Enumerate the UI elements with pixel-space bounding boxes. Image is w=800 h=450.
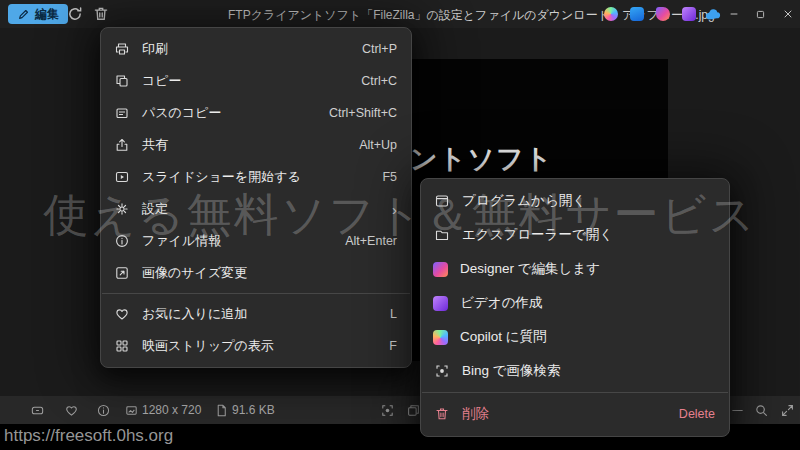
maximize-button[interactable] <box>748 0 772 28</box>
menu-item-label: 共有 <box>142 136 168 154</box>
explorer-folder-icon <box>433 227 450 244</box>
menu-item-label: エクスプローラーで開く <box>462 226 613 244</box>
menu-item-settings[interactable]: 設定 › <box>101 193 411 225</box>
fullscreen-expand-icon[interactable] <box>778 401 796 419</box>
menu-item-file-info[interactable]: ファイル情報 Alt+Enter <box>101 225 411 257</box>
image-dimensions-value: 1280 x 720 <box>142 403 201 417</box>
menu-item-shortcut: Alt+Up <box>359 138 397 152</box>
zoom-magnifier-icon[interactable] <box>752 401 770 419</box>
submenu-item-edit-designer[interactable]: Designer で編集します <box>421 252 729 286</box>
menu-item-filmstrip[interactable]: 映画ストリップの表示 F <box>101 330 411 362</box>
copilot-toolbar-icon[interactable] <box>604 7 618 21</box>
flyout-menu: プログラムから開く エクスプローラーで開く Designer で編集します ビデ… <box>420 178 730 437</box>
resize-image-icon <box>113 265 130 282</box>
menu-separator <box>102 293 410 294</box>
menu-item-label: ビデオの作成 <box>460 294 542 312</box>
delete-icon[interactable] <box>92 5 110 23</box>
submenu-item-delete[interactable]: 削除 Delete <box>421 397 729 431</box>
menu-item-label: 画像のサイズ変更 <box>142 264 247 282</box>
menu-item-slideshow[interactable]: スライドショーを開始する F5 <box>101 161 411 193</box>
file-size-value: 91.6 KB <box>232 403 275 417</box>
trash-icon <box>433 406 450 423</box>
menu-item-label: お気に入りに追加 <box>142 305 247 323</box>
photos-app-window: 編集 FTPクライアントソフト「FileZilla」の設定とファイルのダウンロー… <box>0 0 800 450</box>
copy-icon <box>113 73 130 90</box>
menu-item-label: 印刷 <box>142 40 168 58</box>
submenu-item-open-with[interactable]: プログラムから開く <box>421 184 729 218</box>
menu-item-copy-path[interactable]: パスのコピー Ctrl+Shift+C <box>101 97 411 129</box>
menu-item-label: プログラムから開く <box>462 192 586 210</box>
printer-icon <box>113 41 130 58</box>
menu-item-label: ファイル情報 <box>142 232 221 250</box>
menu-item-label: Copilot に質問 <box>460 328 547 346</box>
clipchamp-toolbar-icon[interactable] <box>682 7 696 21</box>
submenu-item-ask-copilot[interactable]: Copilot に質問 <box>421 320 729 354</box>
file-size-icon <box>212 401 230 419</box>
menu-item-shortcut: Ctrl+Shift+C <box>329 106 397 120</box>
bing-visual-search-icon <box>433 363 450 380</box>
open-with-icon <box>433 193 450 210</box>
menu-item-label: Bing で画像検索 <box>462 362 561 380</box>
menu-item-shortcut: Ctrl+P <box>362 42 397 56</box>
context-menu: 印刷 Ctrl+P コピー Ctrl+C パスのコピー Ctrl+Shift+C… <box>100 27 412 368</box>
submenu-item-create-video[interactable]: ビデオの作成 <box>421 286 729 320</box>
menu-item-shortcut: L <box>390 307 397 321</box>
designer-toolbar-icon[interactable] <box>656 7 670 21</box>
image-dimensions-icon <box>122 401 140 419</box>
menu-item-label: コピー <box>142 72 182 90</box>
info-icon <box>113 233 130 250</box>
copilot-icon <box>433 330 448 345</box>
menu-separator <box>422 392 728 393</box>
submenu-item-bing-search[interactable]: Bing で画像検索 <box>421 354 729 388</box>
slideshow-icon <box>113 169 130 186</box>
designer-icon <box>433 262 448 277</box>
menu-item-shortcut: Ctrl+C <box>361 74 397 88</box>
favorite-heart-icon[interactable] <box>62 401 80 419</box>
minimize-button[interactable] <box>722 0 746 28</box>
file-info-icon[interactable] <box>94 401 112 419</box>
clipchamp-icon <box>433 296 448 311</box>
image-caption-text: ントソフト <box>410 141 553 177</box>
visual-search-toolbar-icon[interactable] <box>630 7 644 21</box>
menu-item-label: パスのコピー <box>142 104 222 122</box>
settings-icon <box>113 201 130 218</box>
menu-item-shortcut: F5 <box>382 170 397 184</box>
menu-item-resize-image[interactable]: 画像のサイズ変更 <box>101 257 411 289</box>
menu-item-print[interactable]: 印刷 Ctrl+P <box>101 33 411 65</box>
onedrive-cloud-icon[interactable] <box>704 6 722 24</box>
menu-item-add-favorites[interactable]: お気に入りに追加 L <box>101 298 411 330</box>
menu-item-shortcut: F <box>389 339 397 353</box>
menu-item-share[interactable]: 共有 Alt+Up <box>101 129 411 161</box>
submenu-item-open-explorer[interactable]: エクスプローラーで開く <box>421 218 729 252</box>
filmstrip-grid-icon <box>113 338 130 355</box>
chevron-right-icon: › <box>392 202 397 217</box>
zoom-out-icon[interactable] <box>728 401 746 419</box>
menu-item-copy[interactable]: コピー Ctrl+C <box>101 65 411 97</box>
rotate-icon[interactable] <box>66 5 84 23</box>
menu-item-shortcut: Delete <box>679 407 715 421</box>
heart-icon <box>113 306 130 323</box>
filmstrip-toggle-icon[interactable] <box>28 401 46 419</box>
visual-search-icon[interactable] <box>378 401 396 419</box>
menu-item-label: 削除 <box>462 405 489 423</box>
edit-button-label: 編集 <box>35 6 59 23</box>
share-icon <box>113 137 130 154</box>
menu-item-shortcut: Alt+Enter <box>345 234 397 248</box>
edit-button[interactable]: 編集 <box>8 4 68 24</box>
menu-item-label: スライドショーを開始する <box>142 168 301 186</box>
close-button[interactable] <box>776 0 800 28</box>
menu-item-label: 映画ストリップの表示 <box>142 337 274 355</box>
copy-path-icon <box>113 105 130 122</box>
source-url-text: https://freesoft.0hs.org <box>4 426 173 446</box>
titlebar: 編集 FTPクライアントソフト「FileZilla」の設定とファイルのダウンロー… <box>0 0 800 28</box>
pencil-icon <box>17 8 30 21</box>
menu-item-label: Designer で編集します <box>460 260 600 278</box>
menu-item-label: 設定 <box>142 200 168 218</box>
